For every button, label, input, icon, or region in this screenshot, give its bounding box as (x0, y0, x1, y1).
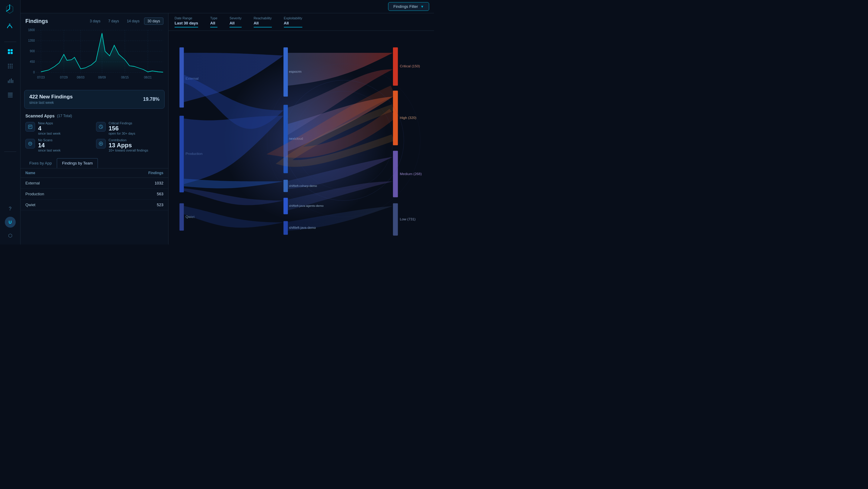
filter-date-label: Date Range (175, 16, 198, 20)
tab-3days[interactable]: 3 days (86, 18, 103, 25)
tab-fixes-by-app[interactable]: Fixes by App (24, 158, 57, 168)
node-java-demo (284, 221, 288, 234)
filter-severity-value: All (229, 21, 242, 25)
svg-rect-21 (8, 97, 13, 98)
filter-exploit-underline (284, 27, 302, 28)
findings-chart: 1800 1350 900 450 0 (21, 27, 168, 88)
svg-rect-17 (12, 80, 13, 83)
svg-text:1350: 1350 (28, 39, 35, 42)
node-external (179, 47, 184, 107)
new-apps-icon (25, 122, 35, 132)
filter-date-range[interactable]: Date Range Last 30 days (175, 16, 198, 28)
row-name-qwiet: Qwiet (21, 199, 99, 210)
critical-findings-value: 156 (109, 125, 135, 132)
col-findings: Findings (99, 168, 168, 178)
svg-rect-3 (8, 52, 10, 54)
tab-14days[interactable]: 14 days (124, 18, 143, 25)
scanned-item-no-scans: No Scans 14 since last week (25, 138, 93, 152)
svg-text:07/23: 07/23 (37, 76, 45, 79)
filter-exploit-value: All (284, 21, 302, 25)
svg-text:08/09: 08/09 (98, 76, 106, 79)
svg-rect-2 (10, 49, 13, 51)
col-name: Name (21, 168, 99, 178)
filter-exploitability[interactable]: Exploitability All (284, 16, 302, 28)
svg-rect-19 (8, 94, 13, 95)
label-high: High (320) (400, 116, 416, 120)
sidebar-divider-1 (4, 42, 16, 42)
no-scans-value: 14 (38, 142, 61, 149)
svg-point-12 (10, 67, 11, 68)
node-critical (393, 47, 398, 86)
scanned-item-contribution: Contribution 13 Apps 10+ toward overall … (96, 138, 164, 152)
svg-text:1800: 1800 (28, 28, 35, 32)
sidebar-bottom: ? U ⬡ (5, 203, 16, 241)
filter-underline (175, 27, 198, 28)
filter-reachability[interactable]: Reachability All (254, 16, 272, 28)
no-scans-label: No Scans (38, 138, 61, 142)
critical-findings-sub: open for 30+ days (109, 132, 135, 135)
main-content: Findings Filter ▼ Findings 3 days 7 days… (21, 0, 434, 244)
label-medium: Medium (268) (400, 172, 422, 176)
help-icon[interactable]: ? (5, 203, 16, 214)
no-scans-sub: since last week (38, 149, 61, 152)
filter-type-label: Type (210, 16, 217, 20)
chevron-down-icon: ▼ (421, 4, 424, 9)
filter-date-value: Last 30 days (175, 21, 198, 25)
left-panel: Findings 3 days 7 days 14 days 30 days (21, 13, 168, 244)
main-tabs: Fixes by App Findings by Team (21, 155, 168, 168)
node-qwiet (179, 203, 184, 231)
node-low (393, 203, 398, 235)
tab-30days[interactable]: 30 days (144, 18, 163, 25)
new-apps-value: 4 (38, 125, 61, 132)
tab-findings-by-team[interactable]: Findings by Team (57, 158, 98, 168)
no-scans-icon (25, 139, 35, 149)
svg-point-0 (9, 24, 10, 25)
new-findings-count: 422 New Findings (29, 94, 73, 100)
svg-rect-16 (11, 78, 12, 83)
sankey-chart: External Production Qwiet espocrm nextcl… (168, 31, 434, 244)
filter-type[interactable]: Type All (210, 16, 217, 28)
svg-text:08/21: 08/21 (144, 76, 152, 79)
row-findings-qwiet: 523 (99, 199, 168, 210)
filter-severity[interactable]: Severity All (229, 16, 242, 28)
filter-type-value: All (210, 21, 217, 25)
svg-point-49 (29, 142, 32, 145)
tab-7days[interactable]: 7 days (105, 18, 122, 25)
sidebar-item-apps[interactable] (4, 60, 16, 72)
filter-reach-value: All (254, 21, 272, 25)
new-findings-sub: since last week (29, 100, 73, 105)
sidebar-item-table[interactable] (4, 89, 16, 101)
new-findings-percent: 19.78% (143, 97, 159, 102)
findings-filter-button[interactable]: Findings Filter ▼ (388, 2, 429, 11)
content-area: Findings 3 days 7 days 14 days 30 days (21, 13, 434, 244)
logo-sub-icon (4, 21, 16, 32)
findings-header: Findings 3 days 7 days 14 days 30 days (21, 13, 168, 27)
topbar: Findings Filter ▼ (21, 0, 434, 13)
svg-point-6 (10, 64, 11, 65)
contribution-value: 13 Apps (109, 142, 148, 149)
table-row: Production 563 (21, 189, 168, 199)
filter-severity-underline (229, 27, 242, 28)
svg-rect-15 (9, 79, 10, 83)
sidebar-item-analytics[interactable] (4, 74, 16, 87)
svg-point-10 (11, 65, 13, 67)
contribution-icon (96, 139, 106, 149)
new-apps-sub: since last week (38, 132, 61, 135)
svg-marker-38 (41, 33, 163, 72)
stats-card-left: 422 New Findings since last week (29, 94, 73, 105)
settings-icon[interactable]: ⬡ (5, 230, 16, 241)
sidebar-item-dashboard[interactable] (4, 45, 16, 58)
filter-reach-underline (254, 27, 272, 28)
node-java-agents (284, 198, 288, 214)
table-row: External 1032 (21, 178, 168, 189)
scanned-apps-total: (17 Total) (57, 114, 72, 118)
row-name-production: Production (21, 189, 99, 199)
filter-exploit-label: Exploitability (284, 16, 302, 20)
svg-text:900: 900 (30, 50, 35, 53)
filter-reach-label: Reachability (254, 16, 272, 20)
svg-rect-20 (8, 96, 13, 97)
user-avatar[interactable]: U (5, 217, 16, 228)
day-tabs: 3 days 7 days 14 days 30 days (86, 18, 163, 25)
findings-table: Name Findings External 1032 Production 5… (21, 168, 168, 244)
svg-rect-4 (10, 52, 13, 54)
